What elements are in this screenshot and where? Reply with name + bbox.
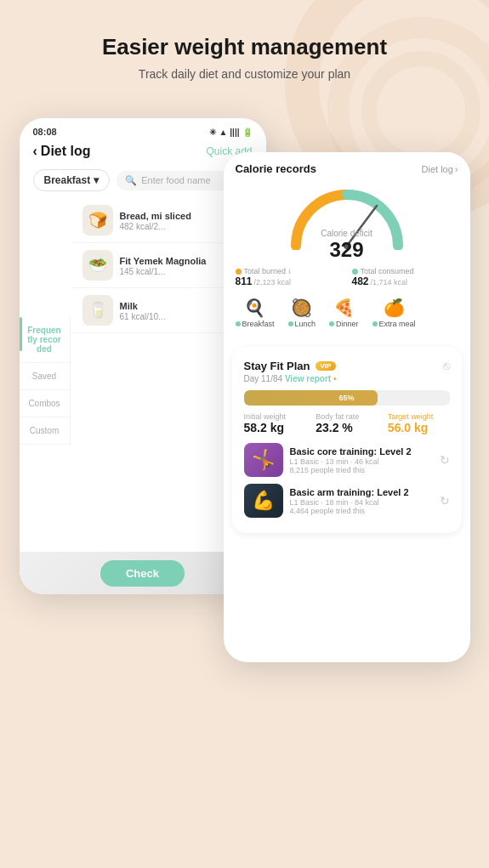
- tab-custom[interactable]: Custom: [20, 417, 70, 445]
- exercise-item-1[interactable]: 🤸 Basic core training: Level 2 L1 Basic …: [244, 443, 450, 477]
- meal-extra[interactable]: 🍊 Extra meal: [372, 298, 416, 328]
- status-icons: ✳ ▲ |||| 🔋: [209, 128, 252, 137]
- page-headline: Easier weight management: [85, 34, 404, 60]
- burned-dot: [236, 269, 242, 275]
- extra-label: Extra meal: [372, 320, 416, 328]
- burned-label: Total burned ℹ: [236, 267, 342, 275]
- status-time: 08:08: [33, 127, 57, 137]
- phone-area: 08:08 ✳ ▲ |||| 🔋 ‹ Diet log Quick add: [20, 101, 470, 764]
- initial-weight: Initial weight 58.2 kg: [244, 412, 306, 434]
- target-weight: Target weight 56.0 kg: [388, 412, 450, 434]
- chevron-right-icon: ›: [455, 164, 458, 174]
- meal-lunch[interactable]: 🥘 Lunch: [288, 298, 316, 328]
- meal-icons-row: 🍳 Breakfast 🥘 Lunch: [236, 294, 458, 333]
- refresh-icon-2[interactable]: ↻: [440, 494, 450, 508]
- meal-breakfast[interactable]: 🍳 Breakfast: [236, 298, 275, 328]
- meal-dinner[interactable]: 🍕 Dinner: [329, 298, 359, 328]
- exercise-thumbnail-2: 💪: [244, 484, 283, 518]
- active-tab-indicator: [20, 317, 22, 351]
- exercise-item-2[interactable]: 💪 Basic arm training: Level 2 L1 Basic ·…: [244, 484, 450, 518]
- calorie-deficit-label: Calorie deficit: [321, 229, 372, 238]
- exercise-figure-2: 💪: [252, 490, 275, 512]
- total-burned-stat: Total burned ℹ 811 /2,123 kcal: [236, 267, 342, 287]
- progress-bar-bg: 65%: [244, 390, 450, 406]
- bluetooth-icon: ✳: [209, 128, 216, 137]
- dinner-label: Dinner: [329, 320, 359, 328]
- exercise-title-2: Basic arm training: Level 2: [290, 486, 433, 498]
- food-image-milk: 🥛: [82, 295, 113, 326]
- burned-value: 811: [236, 275, 253, 287]
- lunch-emoji: 🥘: [291, 298, 312, 318]
- view-report-link[interactable]: View report: [285, 374, 331, 383]
- tab-saved[interactable]: Saved: [20, 363, 70, 390]
- tab-saved-label: Saved: [32, 372, 56, 381]
- exercise-info-1: Basic core training: Level 2 L1 Basic · …: [290, 445, 433, 474]
- dinner-dot: [329, 321, 334, 326]
- body-fat-value: 23.2 %: [316, 421, 378, 434]
- page-content: Easier weight management Track daily die…: [0, 0, 489, 764]
- extra-emoji: 🍊: [384, 298, 405, 318]
- progress-bar-fill: [244, 390, 378, 406]
- signal-icon: ||||: [230, 128, 239, 137]
- initial-weight-value: 58.2 kg: [244, 421, 306, 434]
- consumed-dot: [352, 269, 358, 275]
- edit-icon[interactable]: ⎋: [443, 359, 450, 372]
- day-report: Day 11/84 View report •: [244, 374, 450, 383]
- diet-log-link[interactable]: Diet log ›: [422, 164, 458, 174]
- right-phone: Calorie records Diet log ›: [224, 152, 470, 662]
- dinner-emoji: 🍕: [333, 298, 355, 318]
- burned-consumed-row: Total burned ℹ 811 /2,123 kcal Total con…: [236, 267, 458, 287]
- header-title: Diet log: [41, 144, 91, 159]
- exercise-figure-1: 🤸: [252, 449, 275, 471]
- exercise-thumbnail-1: 🤸: [244, 443, 283, 477]
- tab-combos[interactable]: Combos: [20, 390, 70, 417]
- lunch-dot: [288, 321, 293, 326]
- search-icon: 🔍: [125, 175, 137, 186]
- gauge-container: 0 500 Calorie deficit 329: [236, 182, 458, 262]
- day-label: Day 11/84: [244, 374, 283, 383]
- exercise-title-1: Basic core training: Level 2: [290, 445, 433, 457]
- fit-plan-title: Stay Fit Plan: [244, 360, 310, 372]
- fit-plan-section: Stay Fit Plan VIP ⎋ Day 11/84 View repor…: [232, 347, 462, 533]
- extra-dot: [372, 321, 378, 326]
- food-image-fit: 🥗: [82, 250, 113, 281]
- exercise-people-1: 8,215 people tried this: [290, 466, 433, 474]
- consumed-value: 482: [352, 275, 369, 287]
- initial-weight-label: Initial weight: [244, 412, 306, 421]
- meal-selector[interactable]: Breakfast ▾: [33, 169, 111, 191]
- breakfast-dot: [236, 321, 241, 326]
- fit-emoji: 🥗: [88, 256, 107, 275]
- dropdown-icon: ▾: [94, 174, 99, 186]
- target-weight-label: Target weight: [388, 412, 450, 421]
- tab-frequently-recorded[interactable]: Frequen tly recor ded: [20, 317, 70, 363]
- page-subheadline: Track daily diet and customize your plan: [113, 67, 376, 81]
- refresh-icon-1[interactable]: ↻: [440, 453, 450, 467]
- consumed-value-row: 482 /1,714 kcal: [352, 275, 458, 287]
- burned-max: /2,123 kcal: [254, 278, 292, 286]
- info-icon: ℹ: [288, 268, 291, 275]
- search-placeholder-text: Enter food name: [141, 175, 210, 185]
- diet-log-link-text: Diet log: [422, 164, 453, 174]
- tab-custom-label: Custom: [30, 426, 59, 435]
- body-fat: Body fat rate 23.2 %: [316, 412, 378, 434]
- exercise-meta-1: L1 Basic · 13 min · 46 kcal: [290, 457, 433, 466]
- tab-frequently-label: Frequen tly recor ded: [27, 326, 60, 354]
- battery-icon: 🔋: [242, 128, 253, 137]
- exercise-people-2: 4,464 people tried this: [290, 507, 433, 515]
- breakfast-label: Breakfast: [236, 320, 275, 328]
- back-button[interactable]: ‹ Diet log: [33, 144, 91, 159]
- meal-selector-label: Breakfast: [44, 174, 91, 186]
- fit-plan-header: Stay Fit Plan VIP ⎋: [244, 359, 450, 372]
- exercise-info-2: Basic arm training: Level 2 L1 Basic · 1…: [290, 486, 433, 515]
- tab-combos-label: Combos: [28, 399, 60, 408]
- vip-badge: VIP: [316, 361, 337, 371]
- side-tabs: Frequen tly recor ded Saved Combos Custo…: [20, 317, 71, 445]
- gauge-center: Calorie deficit 329: [321, 237, 372, 262]
- progress-label: 65%: [338, 394, 354, 402]
- report-dot: •: [333, 374, 337, 383]
- exercise-meta-2: L1 Basic · 18 min · 84 kcal: [290, 498, 433, 507]
- calorie-deficit-value: 329: [321, 238, 372, 262]
- consumed-label: Total consumed: [352, 267, 458, 275]
- target-weight-value: 56.0 kg: [388, 421, 450, 434]
- check-button[interactable]: Check: [100, 560, 185, 587]
